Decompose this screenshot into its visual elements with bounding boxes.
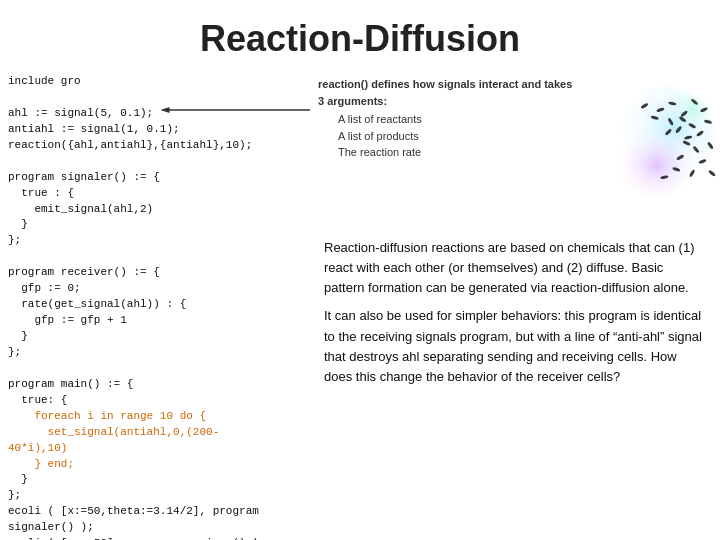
code-line-16: gfp := gfp + 1 — [8, 313, 302, 329]
text-block-1: Reaction-diffusion reactions are based o… — [324, 238, 706, 298]
code-line-18: }; — [8, 345, 302, 361]
annotation-box: reaction() defines how signals interact … — [310, 70, 585, 167]
code-line-8: true : { — [8, 186, 302, 202]
code-line-25: } end; — [8, 457, 302, 473]
annotation-item-1: A list of reactants — [338, 111, 577, 128]
code-line-4: antiahl := signal(1, 0.1); — [8, 122, 302, 138]
code-line-30: ecoli ( [x:=-50], program receiver() ); — [8, 536, 302, 540]
code-line-5: reaction({ahl,antiahl},{antiahl},10); — [8, 138, 302, 154]
code-line-26: } — [8, 472, 302, 488]
code-line-13: program receiver() := { — [8, 265, 302, 281]
code-line-14: gfp := 0; — [8, 281, 302, 297]
code-line-11: }; — [8, 233, 302, 249]
content-area: include gro ahl := signal(5, 0.1); antia… — [0, 70, 720, 540]
bio-image — [585, 70, 720, 225]
code-line-1: include gro — [8, 74, 302, 90]
code-line-17: } — [8, 329, 302, 345]
annotation-item-3: The reaction rate — [338, 144, 577, 161]
page-title: Reaction-Diffusion — [0, 0, 720, 70]
code-line-28: ecoli ( [x:=50,theta:=3.14/2], program — [8, 504, 302, 520]
text-section: Reaction-diffusion reactions are based o… — [310, 230, 720, 401]
code-panel: include gro ahl := signal(5, 0.1); antia… — [0, 70, 310, 540]
code-line-20: program main() := { — [8, 377, 302, 393]
code-line-3: ahl := signal(5, 0.1); — [8, 106, 302, 122]
code-line-24: 40*i),10) — [8, 441, 302, 457]
top-right-section: reaction() defines how signals interact … — [310, 70, 720, 230]
svg-point-3 — [649, 90, 712, 153]
text-block-2: It can also be used for simpler behavior… — [324, 306, 706, 387]
code-line-15: rate(get_signal(ahl)) : { — [8, 297, 302, 313]
code-line-29: signaler() ); — [8, 520, 302, 536]
code-line-10: } — [8, 217, 302, 233]
code-line-7: program signaler() := { — [8, 170, 302, 186]
page: Reaction-Diffusion include gro ahl := si… — [0, 0, 720, 540]
annotation-item-2: A list of products — [338, 128, 577, 145]
code-line-22: foreach i in range 10 do { — [8, 409, 302, 425]
code-line-21: true: { — [8, 393, 302, 409]
annotation-intro: reaction() defines how signals interact … — [318, 76, 577, 109]
right-panel: reaction() defines how signals interact … — [310, 70, 720, 540]
code-line-27: }; — [8, 488, 302, 504]
code-line-23: set_signal(antiahl,0,(200- — [8, 425, 302, 441]
code-line-9: emit_signal(ahl,2) — [8, 202, 302, 218]
